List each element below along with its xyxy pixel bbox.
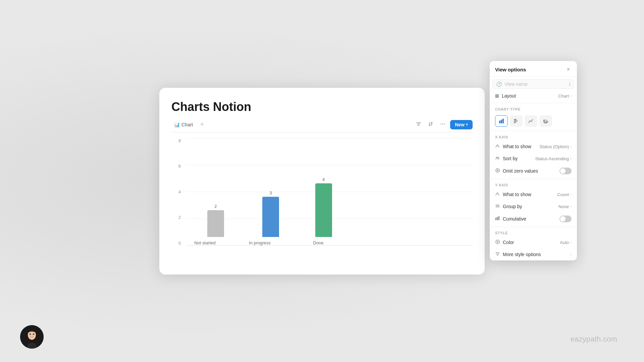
x-sort-label: Sort by bbox=[503, 156, 518, 161]
layout-row[interactable]: ⊞ Layout Chart › bbox=[490, 90, 577, 102]
cumulative-toggle[interactable] bbox=[559, 216, 572, 222]
divider-4 bbox=[490, 227, 577, 227]
y-label-0: 0 bbox=[171, 241, 181, 246]
y-what-right: Count › bbox=[557, 192, 572, 197]
chart-area: 0 2 4 6 8 2 Not started 3 bbox=[171, 138, 473, 262]
new-button-label: New bbox=[455, 122, 465, 127]
divider-1 bbox=[490, 103, 577, 103]
more-style-row[interactable]: More style options › bbox=[490, 248, 577, 260]
new-button-chevron: ▾ bbox=[466, 122, 468, 127]
panel-header: View options × bbox=[490, 61, 577, 77]
donut-chart-type-button[interactable] bbox=[539, 115, 552, 127]
svg-point-1 bbox=[442, 123, 443, 124]
y-group-by-row[interactable]: Group by None › bbox=[490, 200, 577, 213]
chart-type-row bbox=[490, 113, 577, 129]
more-style-label: More style options bbox=[503, 252, 541, 257]
main-card: Charts Notion 📊 Chart + New ▾ 0 bbox=[159, 88, 485, 275]
bar-value-in-progress: 3 bbox=[270, 191, 272, 195]
svg-point-2 bbox=[444, 123, 445, 124]
color-chevron: › bbox=[570, 240, 572, 245]
x-what-value: Status (Option) bbox=[540, 144, 569, 149]
toolbar-right: New ▾ bbox=[414, 120, 473, 129]
color-row[interactable]: Color Auto › bbox=[490, 236, 577, 248]
x-label-in-progress: In progress bbox=[249, 240, 271, 245]
more-style-chevron: › bbox=[570, 252, 572, 257]
add-tab-button[interactable]: + bbox=[198, 120, 206, 129]
chart-type-label: Chart type bbox=[490, 105, 577, 113]
bar-rect-done bbox=[315, 183, 332, 237]
bar-value-done: 4 bbox=[322, 177, 325, 182]
x-what-to-show-row[interactable]: What to show Status (Option) › bbox=[490, 140, 577, 153]
style-label: Style bbox=[490, 228, 577, 236]
y-group-left: Group by bbox=[495, 203, 522, 209]
layout-left: ⊞ Layout bbox=[495, 93, 516, 99]
chart-tab-label: Chart bbox=[181, 122, 193, 127]
info-icon: ℹ bbox=[569, 82, 571, 87]
color-icon bbox=[495, 239, 500, 245]
layout-icon: ⊞ bbox=[495, 93, 499, 99]
svg-point-9 bbox=[544, 119, 548, 123]
x-sort-value: Status Ascending bbox=[535, 156, 569, 161]
more-button[interactable] bbox=[438, 120, 447, 129]
chart-tab[interactable]: 📊 Chart bbox=[171, 121, 196, 129]
chart-tab-icon: 📊 bbox=[174, 122, 180, 127]
bar-chart-type-button[interactable] bbox=[495, 115, 508, 127]
svg-rect-16 bbox=[498, 216, 499, 220]
view-name-row[interactable]: 🕐 View name ℹ bbox=[492, 79, 574, 89]
y-cumulative-row[interactable]: Cumulative bbox=[490, 213, 577, 225]
panel-close-button[interactable]: × bbox=[565, 66, 572, 73]
y-label-6: 6 bbox=[171, 164, 181, 169]
horizontal-bar-type-button[interactable] bbox=[510, 115, 523, 127]
filter-button[interactable] bbox=[414, 120, 423, 129]
page-title: Charts Notion bbox=[171, 100, 473, 114]
color-label: Color bbox=[503, 240, 514, 245]
layout-right: Chart › bbox=[558, 94, 572, 99]
bars-container: 2 Not started 3 In progress 4 Done bbox=[186, 138, 473, 246]
x-axis-label: X axis bbox=[490, 132, 577, 140]
y-cumulative-label: Cumulative bbox=[503, 216, 526, 222]
view-name-placeholder: View name bbox=[504, 81, 566, 87]
y-axis-labels: 0 2 4 6 8 bbox=[171, 138, 181, 246]
svg-point-22 bbox=[33, 334, 34, 335]
x-what-icon bbox=[495, 143, 500, 149]
bar-rect-not-started bbox=[207, 210, 224, 237]
svg-rect-5 bbox=[502, 119, 504, 123]
svg-rect-12 bbox=[496, 205, 500, 205]
color-right: Auto › bbox=[560, 240, 572, 245]
layout-label: Layout bbox=[502, 93, 516, 99]
x-sort-by-row[interactable]: Sort by Status Ascending › bbox=[490, 153, 577, 165]
sort-button[interactable] bbox=[426, 120, 435, 129]
x-what-chevron: › bbox=[570, 144, 572, 149]
new-button[interactable]: New ▾ bbox=[450, 120, 473, 129]
y-group-value: None bbox=[558, 204, 569, 209]
avatar bbox=[20, 325, 44, 349]
y-cumulative-icon bbox=[495, 216, 500, 222]
bar-value-not-started: 2 bbox=[214, 204, 217, 209]
omit-zeros-toggle[interactable] bbox=[559, 168, 572, 174]
view-options-panel: View options × 🕐 View name ℹ ⊞ Layout Ch… bbox=[490, 61, 577, 260]
y-what-left: What to show bbox=[495, 191, 531, 197]
svg-rect-4 bbox=[501, 120, 502, 123]
y-what-to-show-row[interactable]: What to show Count › bbox=[490, 188, 577, 200]
x-omit-left: Omit zero values bbox=[495, 168, 538, 174]
more-style-icon bbox=[495, 251, 500, 257]
y-cumulative-left: Cumulative bbox=[495, 216, 526, 222]
x-what-left: What to show bbox=[495, 143, 531, 149]
layout-value: Chart bbox=[558, 94, 569, 99]
line-chart-type-button[interactable] bbox=[525, 115, 537, 127]
x-omit-zeros-row[interactable]: Omit zero values bbox=[490, 165, 577, 177]
watermark: eazypath.com bbox=[570, 335, 617, 344]
clock-icon: 🕐 bbox=[496, 81, 502, 87]
color-value: Auto bbox=[560, 240, 569, 245]
bar-not-started: 2 Not started bbox=[205, 204, 226, 245]
svg-point-0 bbox=[441, 123, 441, 124]
svg-rect-7 bbox=[514, 121, 518, 122]
y-label-4: 4 bbox=[171, 190, 181, 194]
y-group-icon bbox=[495, 203, 500, 209]
y-what-icon bbox=[495, 191, 500, 197]
divider-2 bbox=[490, 131, 577, 131]
y-axis-label: Y axis bbox=[490, 180, 577, 188]
svg-rect-3 bbox=[499, 121, 500, 123]
more-style-left: More style options bbox=[495, 251, 541, 257]
svg-point-10 bbox=[545, 120, 547, 122]
